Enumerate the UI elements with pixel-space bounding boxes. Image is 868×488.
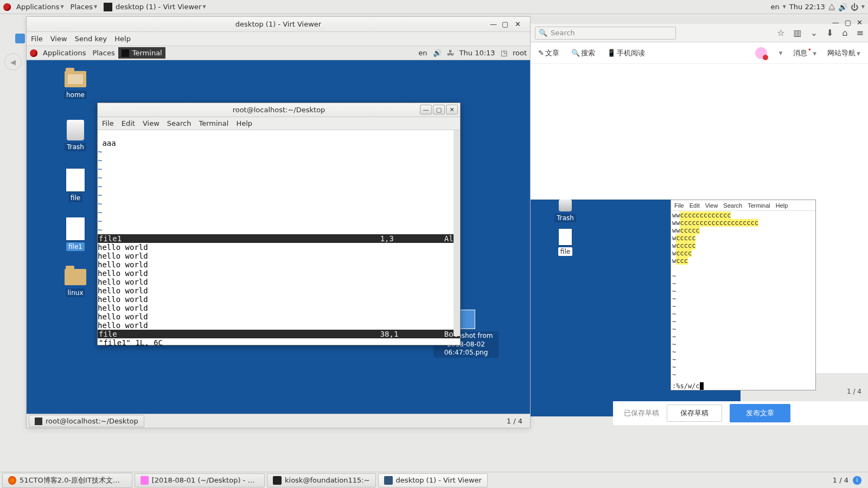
site-nav-search[interactable]: 🔍搜索	[571, 48, 595, 58]
guest-applications-menu[interactable]: Applications	[40, 47, 89, 59]
clock[interactable]: Thu 22:13	[789, 3, 825, 11]
maximize-button[interactable]: ▢	[845, 18, 851, 27]
embedded-workspace-counter: 1 / 4	[847, 388, 861, 395]
pocket-icon[interactable]: ⌄	[810, 28, 818, 38]
workspace-counter[interactable]: 1 / 4	[507, 417, 528, 425]
taskbar-item-firefox[interactable]: 51CTO博客2.0-原创IT技术文章分…	[2, 473, 132, 488]
folder-icon	[65, 71, 86, 87]
site-nav-write[interactable]: ✎文章	[538, 48, 559, 58]
draft-saved-label: 已保存草稿	[624, 408, 659, 418]
library-icon[interactable]: ▥	[794, 28, 802, 38]
menu-terminal[interactable]: Terminal	[199, 119, 228, 127]
taskbar-item-gedit[interactable]: [2018-08-01 (~/Desktop) - gedit]	[135, 473, 265, 487]
trash-icon	[67, 120, 84, 140]
chevron-down-icon: ▼	[94, 4, 97, 9]
close-button[interactable]: ✕	[857, 18, 863, 27]
minimize-button[interactable]: —	[490, 20, 497, 28]
desktop-icon-file[interactable]: file	[54, 169, 97, 202]
site-nav-sitemap[interactable]: 网站导航▼	[827, 48, 860, 58]
taskbar-item-host-terminal[interactable]: kiosk@foundation115:~	[267, 473, 376, 487]
terminal-body[interactable]: aaa ~ ~ ~ ~ ~ ~ ~ ~ ~ ~ file11,3 Allhell…	[98, 130, 460, 345]
window-title: desktop (1) - Virt Viewer	[235, 20, 321, 28]
menu-sendkey[interactable]: Send key	[75, 35, 107, 43]
mini-icon-file: file	[549, 229, 582, 256]
volume-icon[interactable]: 🔊	[838, 3, 847, 11]
desktop-icon-linux[interactable]: linux	[54, 269, 97, 297]
desktop-icon-trash[interactable]: Trash	[54, 120, 97, 151]
host-taskbar: 51CTO博客2.0-原创IT技术文章分… [2018-08-01 (~/Des…	[0, 472, 868, 488]
workspace-counter[interactable]: 1 / 4	[833, 476, 848, 484]
virt-titlebar[interactable]: desktop (1) - Virt Viewer — ▢ ✕	[27, 17, 530, 32]
menu-file: File	[674, 202, 684, 209]
terminal-icon	[122, 49, 129, 57]
vim-statusline-1: file11,3 All	[98, 234, 460, 243]
publish-button[interactable]: 发布文章	[730, 404, 790, 422]
desktop-icon-home[interactable]: home	[54, 71, 97, 99]
gedit-icon	[141, 476, 149, 485]
star-icon[interactable]: ☆	[777, 28, 784, 38]
applications-menu[interactable]: Applications ▼	[13, 1, 67, 12]
minimize-button[interactable]: —	[832, 18, 839, 27]
menu-edit[interactable]: Edit	[122, 119, 135, 127]
vim-buffer-text: aaa	[102, 139, 116, 147]
menu-view[interactable]: View	[50, 35, 67, 43]
search-input[interactable]: 🔍 Search	[535, 27, 676, 40]
menu-file[interactable]: File	[31, 35, 43, 43]
guest-desktop[interactable]: home Trash file file1 linux Screenshot f…	[27, 60, 530, 414]
file-icon	[66, 169, 85, 191]
search-icon: 🔍	[539, 29, 547, 37]
network-icon[interactable]: 🖧	[447, 49, 454, 57]
power-icon[interactable]: ⏻	[851, 3, 858, 11]
icon-label: file1	[66, 242, 85, 251]
maximize-button[interactable]: ▢	[433, 105, 445, 114]
home-icon[interactable]: ⌂	[842, 28, 847, 38]
close-button[interactable]: ✕	[446, 105, 458, 114]
taskbar-item-terminal[interactable]: root@localhost:~/Desktop	[29, 415, 144, 427]
menu-file[interactable]: File	[102, 119, 114, 127]
menu-search[interactable]: Search	[167, 119, 192, 127]
task-label: [2018-08-01 (~/Desktop) - gedit]	[152, 476, 259, 484]
save-draft-button[interactable]: 保存草稿	[667, 404, 722, 422]
chevron-down-icon: ▼	[783, 4, 786, 9]
browser-back-button[interactable]: ◀	[4, 53, 22, 70]
active-app-menu[interactable]: desktop (1) - Virt Viewer ▼	[100, 1, 209, 13]
host-top-panel: Applications ▼ Places ▼ desktop (1) - Vi…	[0, 0, 868, 14]
vim-line: hello world	[98, 295, 148, 304]
menu-view[interactable]: View	[143, 119, 159, 127]
vim-statusline-2: file38,1 Bot	[98, 330, 460, 338]
notification-badge-icon[interactable]: i	[853, 476, 861, 485]
guest-active-app[interactable]: Terminal	[118, 47, 165, 59]
menu-help[interactable]: Help	[236, 119, 252, 127]
browser-app-icon	[15, 34, 25, 43]
distro-icon	[30, 49, 37, 57]
avatar[interactable]	[755, 47, 767, 59]
chevron-down-icon: ▼	[779, 50, 783, 56]
desktop-icon-file1[interactable]: file1	[54, 217, 97, 251]
vim-line: hello world	[98, 260, 148, 269]
vim-cmdline: :%s/w/c_	[671, 382, 815, 390]
download-icon[interactable]: ⬇	[826, 28, 833, 38]
keyboard-layout-indicator[interactable]: en	[418, 49, 427, 57]
file-icon	[66, 217, 85, 240]
clock[interactable]: Thu 10:13	[459, 49, 495, 57]
minimize-button[interactable]: —	[420, 105, 432, 114]
menu-help[interactable]: Help	[114, 35, 131, 43]
guest-places-menu[interactable]: Places	[89, 47, 118, 59]
keyboard-layout-indicator[interactable]: en	[770, 3, 779, 11]
site-nav-messages[interactable]: 消息•▼	[793, 48, 816, 58]
scrollbar[interactable]	[454, 130, 460, 336]
hamburger-icon[interactable]: ≡	[857, 28, 864, 38]
close-button[interactable]: ✕	[515, 20, 522, 28]
terminal-titlebar[interactable]: root@localhost:~/Desktop — ▢ ✕	[98, 103, 460, 117]
wifi-icon[interactable]: ⧋	[828, 2, 835, 11]
menu-help: Help	[776, 202, 788, 209]
volume-icon[interactable]: 🔊	[433, 49, 442, 57]
vim-line: hello world	[98, 312, 148, 321]
site-nav-mobile[interactable]: 📱手机阅读	[607, 48, 645, 58]
username-indicator[interactable]: root	[513, 49, 527, 57]
places-menu[interactable]: Places ▼	[67, 1, 101, 12]
taskbar-item-virt-viewer[interactable]: desktop (1) - Virt Viewer	[378, 473, 488, 487]
icon-label: home	[64, 91, 87, 99]
site-toolbar: ✎文章 🔍搜索 📱手机阅读 ▼ 消息•▼ 网站导航▼	[531, 42, 868, 64]
maximize-button[interactable]: ▢	[502, 20, 509, 28]
